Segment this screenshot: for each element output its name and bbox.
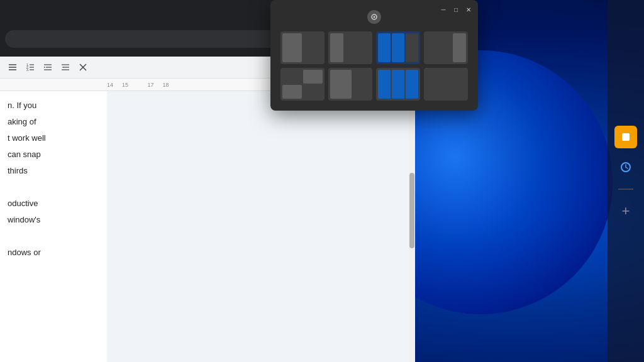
sidebar-item-plus[interactable]: +	[614, 200, 637, 222]
snap-layout-four-quad[interactable]	[280, 68, 325, 101]
doc-line-can-snap: can snap	[8, 146, 99, 163]
minimize-button[interactable]: ─	[439, 5, 448, 14]
doc-line-3: t work well	[8, 130, 99, 146]
snap-window-controls: ─ □ ✕	[439, 5, 473, 14]
svg-point-27	[374, 16, 375, 18]
snap-layout-two-narrow[interactable]	[424, 68, 468, 101]
list-style-button[interactable]	[5, 60, 20, 75]
doc-line-oductive: oductive	[8, 195, 99, 212]
document-page-area[interactable]	[107, 91, 409, 362]
ordered-list-button[interactable]: 1. 2. 3.	[23, 60, 38, 75]
indent-increase-button[interactable]	[40, 60, 55, 75]
doc-line-ndows: ndows or	[8, 244, 99, 261]
doc-line-spacer	[8, 179, 99, 195]
snap-layout-left-two-right[interactable]	[328, 68, 372, 101]
snap-layout-popup: ─ □ ✕	[270, 0, 478, 111]
doc-line-2: aking of	[8, 114, 99, 130]
sidebar-item-yellow-square[interactable]	[614, 126, 637, 148]
snap-layouts-row-1	[280, 31, 468, 64]
indent-decrease-button[interactable]	[58, 60, 73, 75]
document-text-margin: n. If you aking of t work well can snap …	[0, 91, 107, 362]
close-button[interactable]: ✕	[464, 5, 473, 14]
snap-layout-half-half[interactable]	[280, 31, 325, 64]
svg-text:3.: 3.	[26, 68, 29, 72]
snap-layouts-row-2	[280, 68, 468, 101]
doc-line-thirds: thirds	[8, 163, 99, 179]
ruler-mark-18: 18	[162, 82, 169, 88]
scrollbar-thumb[interactable]	[409, 173, 414, 248]
sidebar-divider	[618, 189, 633, 190]
doc-line-spacer2	[8, 228, 99, 244]
doc-line-1: n. If you	[8, 97, 99, 114]
right-sidebar: +	[608, 0, 644, 362]
snap-layout-three-wide-active[interactable]	[376, 68, 420, 101]
snap-logo-icon	[367, 10, 381, 24]
clear-formatting-button[interactable]	[75, 60, 91, 75]
ruler-mark-17: 17	[147, 82, 153, 88]
snap-layout-three-col-active[interactable]	[376, 31, 420, 64]
svg-rect-28	[622, 133, 630, 141]
ruler-mark-15: 15	[122, 82, 128, 88]
doc-line-windows: window's	[8, 212, 99, 228]
document-content-area: n. If you aking of t work well can snap …	[0, 91, 415, 362]
snap-layout-one-third[interactable]	[328, 31, 372, 64]
maximize-button[interactable]: □	[452, 5, 460, 14]
scrollbar-track	[409, 91, 415, 362]
sidebar-item-blue-circle[interactable]	[614, 156, 637, 178]
ruler-mark-14: 14	[107, 82, 113, 88]
snap-layout-two-col-unequal[interactable]	[424, 31, 468, 64]
